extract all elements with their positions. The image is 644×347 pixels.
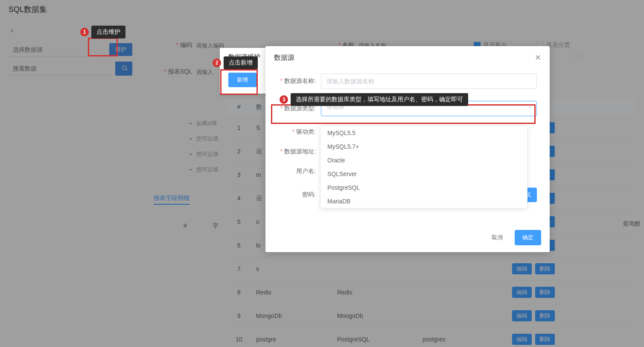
annotation-badge-3: 3 — [280, 95, 288, 104]
driver-label: 驱动类: — [278, 128, 321, 136]
dropdown-item[interactable]: MariaDB — [321, 194, 527, 208]
modal-close-icon[interactable]: ✕ — [535, 53, 541, 62]
expand-icon[interactable]: ⛶ — [567, 53, 573, 60]
address-label: 数据源地址: — [278, 148, 321, 156]
password-label: 密码: — [278, 191, 321, 199]
close-icon[interactable]: ✕ — [579, 53, 584, 60]
annotation-text-3: 选择所需要的数据库类型，填写地址及用户名、密码，确定即可 — [291, 93, 468, 106]
datasource-name-input[interactable] — [321, 74, 537, 89]
cancel-button[interactable]: 取消 — [484, 230, 510, 245]
dropdown-panel: MySQL5.5MySQL5.7+OracleSQLServerPostgreS… — [320, 126, 527, 209]
annotation-badge-1: 1 — [80, 28, 89, 36]
add-button[interactable]: 新增 — [228, 73, 256, 87]
dropdown-item[interactable]: MySQL5.7+ — [321, 140, 527, 153]
annotation-text-1: 点击维护 — [91, 26, 125, 38]
datasource-name-label: 数据源名称: — [278, 77, 321, 85]
dropdown-item[interactable]: MySQL5.5 — [321, 126, 527, 140]
confirm-button[interactable]: 确定 — [515, 230, 541, 245]
annotation-text-2: 点击新增 — [224, 56, 258, 69]
username-label: 用户名: — [278, 168, 321, 175]
annotation-badge-2: 2 — [213, 59, 221, 67]
modal-title: 数据源 — [274, 53, 294, 62]
dropdown-item[interactable]: Oracle — [321, 153, 527, 167]
dropdown-item[interactable]: SQLServer — [321, 167, 527, 181]
dropdown-item[interactable]: PostgreSQL — [321, 181, 527, 194]
chevron-up-icon: ⌃ — [527, 106, 532, 112]
